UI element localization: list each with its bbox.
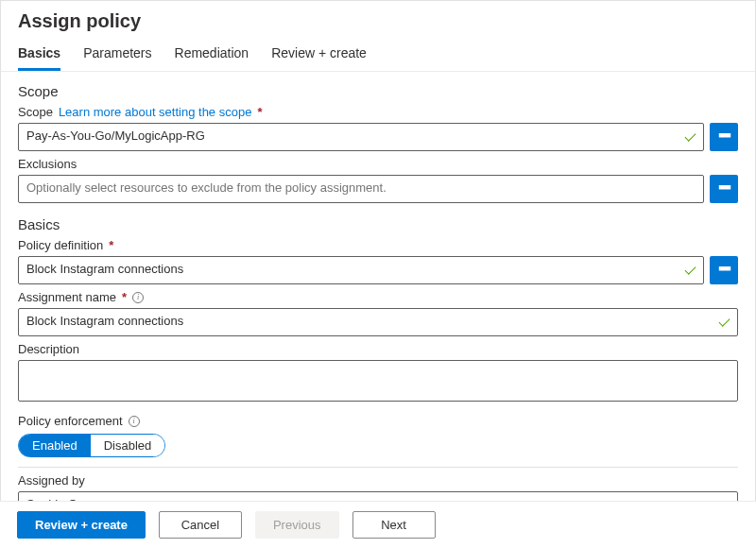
required-marker: * bbox=[109, 238, 113, 252]
enforcement-enabled-option[interactable]: Enabled bbox=[19, 435, 91, 456]
next-button[interactable]: Next bbox=[352, 511, 436, 539]
description-label: Description bbox=[18, 342, 79, 356]
assigned-by-label: Assigned by bbox=[18, 473, 85, 488]
policy-definition-label: Policy definition bbox=[18, 238, 103, 252]
scope-picker-button[interactable]: ■ ■ ■ bbox=[710, 123, 738, 151]
enforcement-disabled-option[interactable]: Disabled bbox=[91, 435, 165, 456]
scope-label: Scope bbox=[18, 105, 53, 119]
scope-label-row: Scope Learn more about setting the scope… bbox=[18, 105, 738, 119]
scope-hint-link[interactable]: Learn more about setting the scope bbox=[59, 105, 252, 119]
cancel-button[interactable]: Cancel bbox=[159, 511, 242, 539]
required-marker: * bbox=[257, 105, 262, 119]
review-create-button[interactable]: Review + create bbox=[17, 511, 146, 539]
page-title: Assign policy bbox=[1, 1, 755, 34]
description-textarea[interactable] bbox=[18, 360, 738, 402]
info-icon[interactable]: i bbox=[129, 416, 140, 427]
info-icon[interactable]: i bbox=[132, 292, 144, 303]
required-marker: * bbox=[122, 290, 127, 304]
assignment-name-input[interactable]: Block Instagram connections bbox=[18, 308, 738, 336]
scope-input[interactable]: Pay-As-You-Go/MyLogicApp-RG bbox=[18, 123, 704, 151]
scope-section-header: Scope bbox=[18, 83, 738, 99]
tab-review-create[interactable]: Review + create bbox=[271, 40, 367, 71]
footer-bar: Review + create Cancel Previous Next bbox=[0, 501, 756, 548]
tab-basics[interactable]: Basics bbox=[18, 40, 60, 71]
previous-button: Previous bbox=[255, 511, 339, 539]
tab-remediation[interactable]: Remediation bbox=[175, 40, 249, 71]
tab-bar: Basics Parameters Remediation Review + c… bbox=[1, 34, 755, 72]
policy-enforcement-toggle[interactable]: Enabled Disabled bbox=[18, 434, 165, 457]
assignment-name-label: Assignment name bbox=[18, 290, 116, 304]
policy-definition-input[interactable]: Block Instagram connections bbox=[18, 256, 704, 284]
tab-parameters[interactable]: Parameters bbox=[83, 40, 151, 71]
divider bbox=[18, 467, 738, 468]
policy-definition-picker-button[interactable]: ■ ■ ■ bbox=[710, 256, 738, 284]
exclusions-picker-button[interactable]: ■ ■ ■ bbox=[710, 175, 738, 203]
basics-section-header: Basics bbox=[18, 216, 738, 232]
policy-enforcement-label: Policy enforcement bbox=[18, 414, 123, 428]
exclusions-label: Exclusions bbox=[18, 157, 77, 171]
content-area: Scope Scope Learn more about setting the… bbox=[1, 72, 755, 520]
exclusions-input[interactable]: Optionally select resources to exclude f… bbox=[18, 175, 704, 203]
